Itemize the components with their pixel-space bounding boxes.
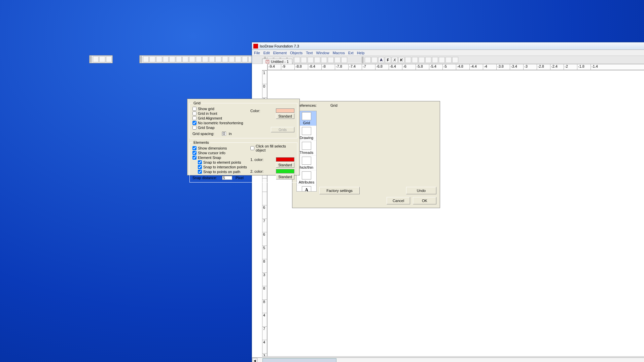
ok-button[interactable]: OK	[413, 197, 436, 204]
tool-button[interactable]	[189, 56, 195, 62]
grid-spacing-input[interactable]	[222, 132, 226, 136]
menu-window[interactable]: Window	[316, 51, 329, 55]
horizontal-scrollbar[interactable]: ◄ ►	[252, 357, 644, 362]
menu-macros[interactable]: Macros	[333, 51, 345, 55]
tool-button[interactable]	[93, 56, 99, 62]
snap-path-checkbox[interactable]	[198, 170, 202, 174]
tool-button[interactable]	[196, 56, 202, 62]
tool-button[interactable]	[328, 57, 334, 63]
preferences-bottom-buttons: Cancel OK	[387, 197, 436, 204]
tool-button[interactable]	[143, 56, 149, 62]
tool-button[interactable]	[308, 57, 314, 63]
snap-distance-input[interactable]	[222, 176, 232, 180]
tool-button[interactable]	[321, 57, 327, 63]
menu-ext[interactable]: Ext	[348, 51, 354, 55]
nav-scrollbar[interactable]	[316, 111, 317, 191]
undo-button[interactable]: Undo	[406, 187, 436, 194]
preferences-label: Preferences:	[296, 103, 329, 107]
tool-button[interactable]	[202, 56, 208, 62]
tool-button[interactable]	[294, 57, 300, 63]
grid-icon	[302, 112, 311, 120]
tool-button[interactable]	[334, 57, 341, 63]
tool-button[interactable]	[156, 56, 162, 62]
tool-button[interactable]	[242, 56, 248, 62]
nav-textformat[interactable]: AText Format	[297, 185, 316, 192]
document-tab[interactable]: 7 Untitled - 1	[262, 59, 292, 64]
menu-text[interactable]: Text	[306, 51, 313, 55]
toolbar-grip-icon[interactable]	[140, 56, 142, 63]
menu-edit[interactable]: Edit	[263, 51, 270, 55]
element-snap-checkbox[interactable]	[192, 156, 196, 160]
text-toolbar[interactable]: A F X K	[361, 56, 459, 64]
tool-button[interactable]	[301, 57, 307, 63]
tool-button[interactable]	[314, 57, 320, 63]
click-fill-checkbox[interactable]	[250, 146, 254, 150]
tool-button[interactable]	[341, 57, 347, 63]
grid-alignment-checkbox[interactable]	[192, 116, 196, 120]
grids-button[interactable]: Grids	[271, 127, 294, 132]
color2-standard-button[interactable]: Standard	[276, 174, 294, 179]
elements-fieldset: Elements Show dimensions Show cursor inf…	[189, 140, 297, 183]
horizontal-ruler[interactable]: -9.4-9-8.8-8.4-8-7.8-7.4-7-6.8-6.4-6-5.8…	[267, 64, 644, 70]
align-justify-button[interactable]	[425, 57, 431, 63]
close-tab-icon[interactable]: 7	[266, 60, 269, 63]
font-size-up-button[interactable]	[365, 57, 371, 63]
grid-spacing-unit: in	[229, 132, 232, 136]
snap-points-checkbox[interactable]	[198, 160, 202, 164]
color2-swatch[interactable]	[276, 169, 294, 173]
tool-button[interactable]	[106, 56, 112, 62]
tool-button[interactable]	[209, 56, 215, 62]
show-dims-checkbox[interactable]	[192, 146, 196, 150]
color1-standard-button[interactable]: Standard	[276, 162, 294, 168]
tool-button[interactable]	[99, 56, 105, 62]
elements-right-group: Click on fill selects object 1. color: S…	[250, 146, 294, 179]
bolditalic-button[interactable]: K	[398, 57, 404, 63]
menu-help[interactable]: Help	[357, 51, 365, 55]
align-center-button[interactable]	[412, 57, 418, 63]
tool-button[interactable]	[445, 57, 452, 63]
no-iso-checkbox[interactable]	[192, 121, 196, 125]
tool-button[interactable]	[439, 57, 445, 63]
font-size-down-button[interactable]	[371, 57, 378, 63]
toolbar-grip-icon[interactable]	[362, 57, 363, 63]
tool-button[interactable]	[163, 56, 169, 62]
grid-snap-checkbox[interactable]	[192, 126, 196, 130]
font-button[interactable]: A	[378, 57, 384, 63]
tool-button[interactable]	[169, 56, 175, 62]
tool-button[interactable]	[452, 57, 458, 63]
tool-button[interactable]	[176, 56, 182, 62]
grid-color-standard-button[interactable]: Standard	[276, 113, 294, 119]
factory-settings-button[interactable]: Factory settings	[319, 187, 360, 194]
bold-button[interactable]: F	[385, 57, 391, 63]
snap-intersect-checkbox[interactable]	[198, 165, 202, 169]
grid-color-swatch[interactable]	[276, 108, 294, 113]
tool-button[interactable]	[222, 56, 228, 62]
menu-element[interactable]: Element	[273, 51, 287, 55]
tool-button[interactable]	[182, 56, 188, 62]
toolbar-grip-icon[interactable]	[90, 56, 92, 63]
scroll-left-button[interactable]: ◄	[252, 358, 257, 362]
align-left-button[interactable]	[405, 57, 411, 63]
menu-objects[interactable]: Objects	[290, 51, 302, 55]
italic-button[interactable]: X	[392, 57, 398, 63]
scroll-thumb[interactable]	[262, 358, 336, 362]
tool-button[interactable]	[229, 56, 235, 62]
show-cursor-checkbox[interactable]	[192, 151, 196, 155]
tool-button[interactable]	[235, 56, 241, 62]
grid-in-front-checkbox[interactable]	[192, 111, 196, 116]
floating-toolbar-1[interactable]	[89, 55, 113, 63]
cancel-button[interactable]: Cancel	[387, 197, 410, 204]
menu-file[interactable]: File	[254, 51, 260, 55]
titlebar[interactable]: IsoDraw Foundation 7.3 — ☐ ✕	[252, 42, 644, 50]
tool-button[interactable]	[215, 56, 221, 62]
snap-distance-label: Snap distance:	[192, 176, 222, 180]
tool-button[interactable]	[432, 57, 438, 63]
grid-color-group: Color: Standard Grids	[250, 108, 294, 133]
color1-swatch[interactable]	[276, 157, 294, 162]
tool-button[interactable]	[149, 56, 155, 62]
align-right-button[interactable]	[419, 57, 425, 63]
scroll-track[interactable]	[257, 358, 644, 362]
floating-toolbar-2[interactable]	[139, 55, 255, 63]
show-grid-checkbox[interactable]	[192, 107, 196, 111]
click-fill-row[interactable]: Click on fill selects object	[250, 146, 294, 151]
